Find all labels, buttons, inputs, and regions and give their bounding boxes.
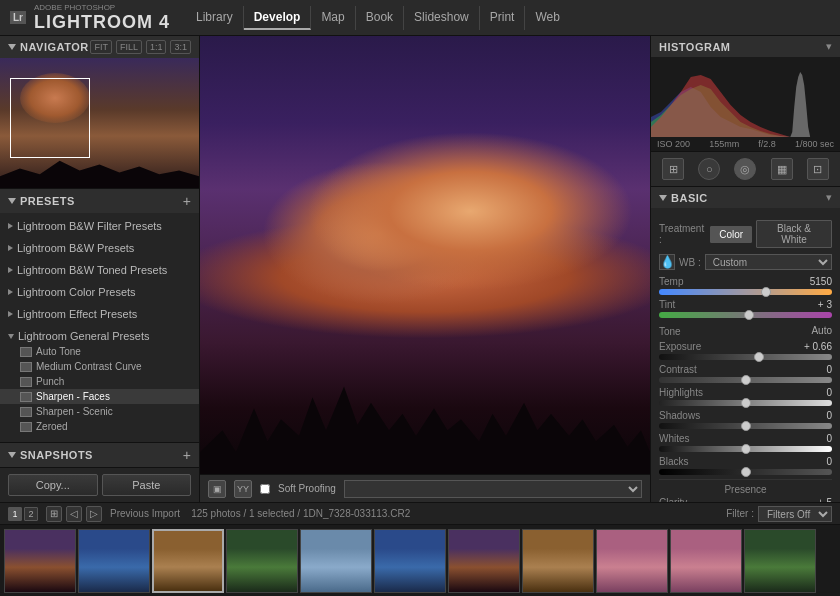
highlights-track[interactable] <box>659 400 832 406</box>
preset-item-zeroed[interactable]: Zeroed <box>0 419 199 434</box>
preset-group-color-header[interactable]: Lightroom Color Presets <box>0 284 199 300</box>
presence-label: Presence <box>659 479 832 495</box>
presets-header[interactable]: Presets + <box>0 189 199 213</box>
histogram-chart <box>651 57 840 137</box>
nav-develop[interactable]: Develop <box>244 6 312 30</box>
preset-group-bw-header[interactable]: Lightroom B&W Presets <box>0 240 199 256</box>
exposure-thumb[interactable] <box>754 352 764 362</box>
film-thumb-9[interactable] <box>596 529 668 593</box>
histogram-header[interactable]: Histogram ▾ <box>651 36 840 57</box>
page-2[interactable]: 2 <box>24 507 38 521</box>
preset-group-bwtoned-header[interactable]: Lightroom B&W Toned Presets <box>0 262 199 278</box>
preset-group-effect-header[interactable]: Lightroom Effect Presets <box>0 306 199 322</box>
image-view[interactable] <box>200 36 650 474</box>
highlights-slider-group: Highlights 0 <box>659 387 832 406</box>
navigator-preview[interactable] <box>0 58 199 188</box>
tint-track[interactable] <box>659 312 832 318</box>
whites-track[interactable] <box>659 446 832 452</box>
temp-track[interactable] <box>659 289 832 295</box>
blacks-thumb[interactable] <box>741 467 751 477</box>
zoom-fit[interactable]: FIT <box>90 40 112 54</box>
shadows-track[interactable] <box>659 423 832 429</box>
exposure-slider-group: Exposure + 0.66 <box>659 341 832 360</box>
paste-button[interactable]: Paste <box>102 474 192 496</box>
graduated-filter-tool[interactable]: ▦ <box>771 158 793 180</box>
zoom-1-1[interactable]: 1:1 <box>146 40 167 54</box>
preset-group-general-header[interactable]: Lightroom General Presets <box>0 328 199 344</box>
nav-web[interactable]: Web <box>525 6 569 30</box>
previous-import-label[interactable]: Previous Import <box>110 508 180 519</box>
view-mode-icon[interactable]: ▣ <box>208 480 226 498</box>
prev-nav-btn[interactable]: ◁ <box>66 506 82 522</box>
navigator-header[interactable]: Navigator FIT FILL 1:1 3:1 <box>0 36 199 58</box>
preset-group-bw: Lightroom B&W Presets <box>0 237 199 259</box>
treatment-bw-btn[interactable]: Black & White <box>756 220 832 248</box>
nav-book[interactable]: Book <box>356 6 404 30</box>
filter-label: Filter : <box>726 508 754 519</box>
navigator-zoom-controls: FIT FILL 1:1 3:1 <box>90 40 191 54</box>
blacks-value: 0 <box>802 456 832 467</box>
film-thumb-3[interactable] <box>152 529 224 593</box>
filter-area: Filter : Filters Off <box>726 506 832 522</box>
histogram-section: Histogram ▾ ISO 200 155mm f/2.8 <box>651 36 840 152</box>
toolbar-profile-select[interactable] <box>344 480 642 498</box>
compare-mode-icon[interactable]: YY <box>234 480 252 498</box>
shadows-thumb[interactable] <box>741 421 751 431</box>
snapshots-header[interactable]: Snapshots + <box>0 443 199 467</box>
auto-link[interactable]: Auto <box>811 325 832 336</box>
preset-item-punch[interactable]: Punch <box>0 374 199 389</box>
preset-group-bwfilter-header[interactable]: Lightroom B&W Filter Presets <box>0 218 199 234</box>
film-thumb-8[interactable] <box>522 529 594 593</box>
tint-thumb[interactable] <box>744 310 754 320</box>
crop-tool[interactable]: ⊞ <box>662 158 684 180</box>
temp-thumb[interactable] <box>761 287 771 297</box>
whites-thumb[interactable] <box>741 444 751 454</box>
highlights-label: Highlights <box>659 387 703 398</box>
blacks-track[interactable] <box>659 469 832 475</box>
basic-header[interactable]: Basic ▾ <box>651 187 840 208</box>
nav-print[interactable]: Print <box>480 6 526 30</box>
next-nav-btn[interactable]: ▷ <box>86 506 102 522</box>
preset-item-autotone[interactable]: Auto Tone <box>0 344 199 359</box>
spot-heal-tool[interactable]: ○ <box>698 158 720 180</box>
exposure-track[interactable] <box>659 354 832 360</box>
treatment-color-btn[interactable]: Color <box>710 226 752 243</box>
wb-select[interactable]: Custom <box>705 254 832 270</box>
red-eye-tool[interactable]: ◎ <box>734 158 756 180</box>
nav-library[interactable]: Library <box>186 6 244 30</box>
filter-select[interactable]: Filters Off <box>758 506 832 522</box>
highlights-thumb[interactable] <box>741 398 751 408</box>
preset-item-sharpenscenic[interactable]: Sharpen - Scenic <box>0 404 199 419</box>
histogram-title: Histogram <box>659 41 731 53</box>
film-thumb-7[interactable] <box>448 529 520 593</box>
zoom-fill[interactable]: FILL <box>116 40 142 54</box>
preset-group-bw-label: Lightroom B&W Presets <box>17 242 134 254</box>
zoom-3-1[interactable]: 3:1 <box>170 40 191 54</box>
nav-map[interactable]: Map <box>311 6 355 30</box>
film-thumb-2[interactable] <box>78 529 150 593</box>
grid-view-btn[interactable]: ⊞ <box>46 506 62 522</box>
main-area: Navigator FIT FILL 1:1 3:1 <box>0 36 840 502</box>
filmstrip-count: 125 photos / 1 selected / 1DN_7328-03311… <box>191 508 410 519</box>
film-thumb-10[interactable] <box>670 529 742 593</box>
contrast-thumb[interactable] <box>741 375 751 385</box>
film-thumb-6[interactable] <box>374 529 446 593</box>
preset-item-mediumcontrast[interactable]: Medium Contrast Curve <box>0 359 199 374</box>
wb-eyedropper[interactable]: 💧 <box>659 254 675 270</box>
soft-proofing-checkbox[interactable] <box>260 484 270 494</box>
contrast-track[interactable] <box>659 377 832 383</box>
film-thumb-1[interactable] <box>4 529 76 593</box>
preset-item-sharpenfaces[interactable]: Sharpen - Faces <box>0 389 199 404</box>
film-thumb-4[interactable] <box>226 529 298 593</box>
page-1[interactable]: 1 <box>8 507 22 521</box>
film-thumb-11[interactable] <box>744 529 816 593</box>
contrast-label: Contrast <box>659 364 697 375</box>
snapshots-add-button[interactable]: + <box>183 447 191 463</box>
adjustment-brush-tool[interactable]: ⊡ <box>807 158 829 180</box>
filmstrip-nav: ⊞ ◁ ▷ <box>46 506 102 522</box>
snapshots-collapse-icon <box>8 452 16 458</box>
copy-button[interactable]: Copy... <box>8 474 98 496</box>
nav-slideshow[interactable]: Slideshow <box>404 6 480 30</box>
film-thumb-5[interactable] <box>300 529 372 593</box>
presets-add-button[interactable]: + <box>183 193 191 209</box>
